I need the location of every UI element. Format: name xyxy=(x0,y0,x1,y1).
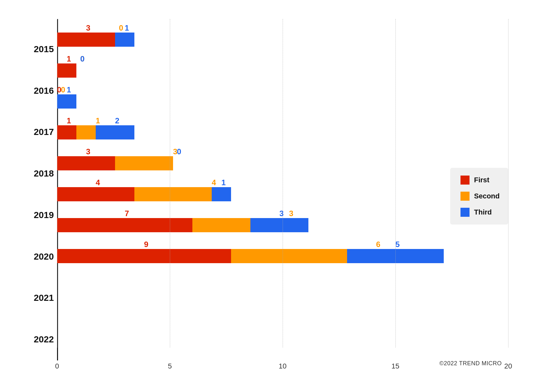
bar-label-third-2016: 0 xyxy=(80,54,84,63)
bar-label-third-2018: 2 xyxy=(115,116,119,125)
grid-line-5 xyxy=(170,19,170,348)
seg-third-2021 xyxy=(250,218,308,232)
seg-third-2015 xyxy=(115,33,134,47)
seg-first-2020 xyxy=(57,187,134,201)
x-tick-20: 20 xyxy=(504,362,512,370)
bar-row-2022 xyxy=(57,249,444,263)
bar-label-third-2017: 1 xyxy=(67,85,71,94)
bar-label-first-2022: 9 xyxy=(144,240,148,249)
bar-label-first-2020: 4 xyxy=(96,178,100,187)
y-label-2022: 2022 xyxy=(25,335,54,344)
bar-row-2020 xyxy=(57,187,444,201)
bar-label-first-2015: 3 xyxy=(86,24,90,33)
y-axis-labels: 20152016201720182019202020212022 xyxy=(25,19,54,373)
y-label-2018: 2018 xyxy=(25,169,54,178)
y-label-2017: 2017 xyxy=(25,128,54,137)
bar-labels-2018: 112 xyxy=(57,115,444,125)
seg-second-2018 xyxy=(76,125,96,139)
bar-label-first-2016: 1 xyxy=(67,54,71,63)
seg-first-2016 xyxy=(57,63,76,78)
seg-third-2017 xyxy=(57,94,76,109)
grid-line-0 xyxy=(57,19,57,348)
x-tick-10: 10 xyxy=(279,362,286,370)
legend-swatch-third xyxy=(460,208,470,217)
chart-area: 20152016201720182019202020212022 3011000… xyxy=(25,19,508,373)
seg-second-2021 xyxy=(192,218,250,232)
seg-third-2018 xyxy=(96,125,134,139)
x-tick-5: 5 xyxy=(168,362,172,370)
legend-item-first: First xyxy=(460,176,498,185)
grid-line-20 xyxy=(508,19,509,348)
legend-label-third: Third xyxy=(474,208,492,216)
bar-row-2018 xyxy=(57,125,444,139)
seg-second-2020 xyxy=(134,187,212,201)
bar-labels-2020: 441 xyxy=(57,177,444,187)
seg-second-2022 xyxy=(231,249,347,263)
bar-label-third-2015: 1 xyxy=(125,24,129,33)
bar-labels-2017: 001 xyxy=(57,84,444,94)
bars-area: 301100001112330441733965 xyxy=(57,19,508,360)
bar-label-second-2022: 6 xyxy=(376,240,380,249)
bar-label-third-2020: 1 xyxy=(221,178,226,187)
legend-swatch-second xyxy=(460,192,470,201)
bar-row-2021 xyxy=(57,218,444,232)
bar-label-second-2015: 0 xyxy=(119,24,123,33)
chart-container: 20152016201720182019202020212022 3011000… xyxy=(25,19,508,373)
grid-line-10 xyxy=(283,19,283,348)
grid-line-15 xyxy=(395,19,396,348)
legend-label-second: Second xyxy=(474,192,499,200)
seg-first-2015 xyxy=(57,33,115,47)
bar-label-third-2021: 3 xyxy=(279,209,284,218)
bar-label-third-2022: 5 xyxy=(395,240,400,249)
y-label-2021: 2021 xyxy=(25,293,54,302)
bar-labels-2019: 330 xyxy=(57,146,444,156)
bar-label-third-2019: 0 xyxy=(177,147,181,156)
bar-labels-2015: 301 xyxy=(57,22,444,33)
bar-row-2017 xyxy=(57,94,444,109)
copyright-text: ©2022 TREND MICRO xyxy=(440,360,502,367)
y-label-2015: 2015 xyxy=(25,45,54,54)
seg-first-2018 xyxy=(57,125,76,139)
bar-label-second-2017: 0 xyxy=(61,85,65,94)
legend: FirstSecondThird xyxy=(450,168,508,225)
bar-label-second-2021: 3 xyxy=(289,209,293,218)
seg-second-2019 xyxy=(115,156,173,170)
bar-label-second-2020: 4 xyxy=(212,178,216,187)
bar-row-2016 xyxy=(57,63,444,78)
y-label-2019: 2019 xyxy=(25,211,54,220)
seg-third-2020 xyxy=(212,187,231,201)
bar-label-first-2019: 3 xyxy=(86,147,90,156)
x-tick-15: 15 xyxy=(392,362,399,370)
legend-item-second: Second xyxy=(460,192,498,201)
bar-labels-2021: 733 xyxy=(57,208,444,218)
y-label-2020: 2020 xyxy=(25,252,54,261)
x-tick-0: 0 xyxy=(55,362,59,370)
bar-row-2019 xyxy=(57,156,444,170)
chart-body: 301100001112330441733965 05101520 xyxy=(57,19,508,373)
legend-label-first: First xyxy=(474,176,489,184)
legend-swatch-first xyxy=(460,176,470,185)
bar-row-2015 xyxy=(57,33,444,47)
seg-first-2022 xyxy=(57,249,231,263)
bar-label-second-2018: 1 xyxy=(96,116,100,125)
seg-first-2021 xyxy=(57,218,192,232)
y-label-2016: 2016 xyxy=(25,86,54,95)
bar-label-first-2018: 1 xyxy=(67,116,71,125)
legend-item-third: Third xyxy=(460,208,498,217)
bar-labels-2016: 100 xyxy=(57,53,444,63)
bar-label-first-2021: 7 xyxy=(125,209,129,218)
seg-first-2019 xyxy=(57,156,115,170)
bar-labels-2022: 965 xyxy=(57,239,444,249)
